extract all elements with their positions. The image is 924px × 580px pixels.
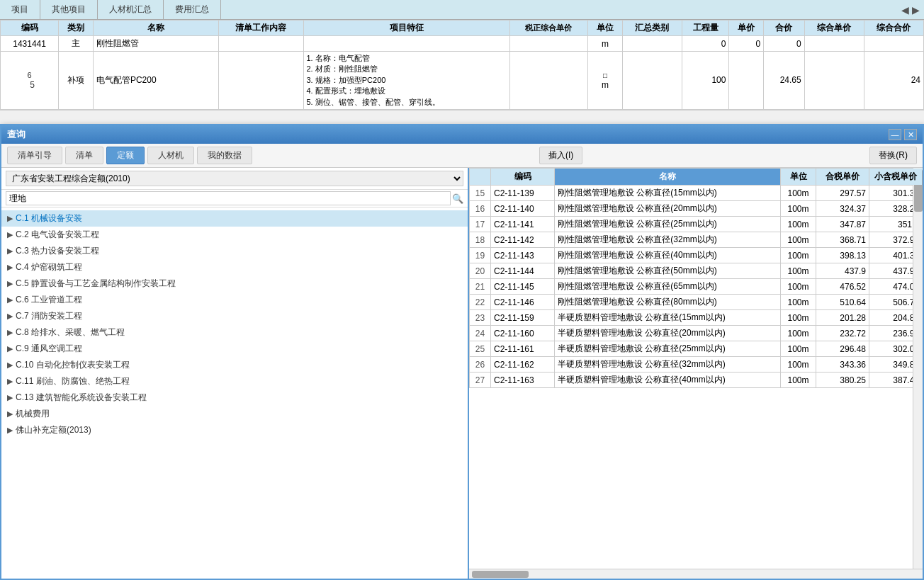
- col-header-total-price: 合价: [764, 21, 805, 36]
- col-header-type: 类别: [59, 21, 94, 36]
- row-summary-type: [622, 36, 682, 52]
- row-unit-price: [729, 52, 764, 110]
- nav-next-icon[interactable]: ▶: [912, 4, 920, 16]
- row-tax-price: [509, 36, 588, 52]
- table-row[interactable]: 6 5 补项 电气配管PC200 1. 名称：电气配管 2. 材质：刚性阻燃管 …: [1, 52, 924, 110]
- col-header-comp-total: 综合合价: [864, 21, 923, 36]
- tab-labor-material[interactable]: 人材机汇总: [98, 0, 164, 19]
- row-num: 6 5: [1, 52, 59, 110]
- col-header-tax-price: 税正综合单价: [509, 21, 588, 36]
- col-header-comp-unit-price: 综合单价: [804, 21, 864, 36]
- tab-cost-summary[interactable]: 费用汇总: [164, 0, 221, 19]
- row-quantity: 0: [682, 36, 729, 52]
- row-work-content: [218, 36, 303, 52]
- row-quantity: 100: [682, 52, 729, 110]
- col-header-unit-price: 单价: [729, 21, 764, 36]
- main-table: 编码 类别 名称 清单工作内容 项目特征 税正综合单价 单位 汇总类别 工程量 …: [0, 20, 924, 110]
- row-comp-total: 24: [864, 52, 923, 110]
- nav-prev-icon[interactable]: ◀: [901, 4, 909, 16]
- top-nav: 项目 其他项目 人材机汇总 费用汇总 ◀ ▶: [0, 0, 924, 20]
- col-header-unit: 单位: [588, 21, 623, 36]
- col-header-code: 编码: [1, 21, 59, 36]
- tab-project[interactable]: 项目: [0, 0, 40, 19]
- row-summary-type: [622, 52, 682, 110]
- row-comp-unit-price: [804, 36, 864, 52]
- row-features: 1. 名称：电气配管 2. 材质：刚性阻燃管 3. 规格：加强型PC200 4.…: [303, 52, 509, 110]
- tab-other-project[interactable]: 其他项目: [40, 0, 98, 19]
- row-unit-price: 0: [729, 36, 764, 52]
- row-tax-price: [509, 52, 588, 110]
- row-type: 补项: [59, 52, 94, 110]
- row-comp-total: [864, 36, 923, 52]
- col-header-features: 项目特征: [303, 21, 509, 36]
- row-total-price: 24.65: [764, 52, 805, 110]
- col-header-summary-type: 汇总类别: [622, 21, 682, 36]
- col-header-name: 名称: [93, 21, 218, 36]
- row-features: [303, 36, 509, 52]
- table-row[interactable]: 1431441 主 刚性阻燃管 m 0 0 0: [1, 36, 924, 52]
- row-comp-unit-price: [804, 52, 864, 110]
- row-code: 1431441: [1, 36, 59, 52]
- row-name: 电气配管PC200: [93, 52, 218, 110]
- row-name: 刚性阻燃管: [93, 36, 218, 52]
- col-header-quantity: 工程量: [682, 21, 729, 36]
- col-header-work-content: 清单工作内容: [218, 21, 303, 36]
- row-unit: □m: [588, 52, 623, 110]
- row-total-price: 0: [764, 36, 805, 52]
- nav-arrows: ◀ ▶: [900, 0, 924, 19]
- row-type: 主: [59, 36, 94, 52]
- row-unit: m: [588, 36, 623, 52]
- main-table-area: 编码 类别 名称 清单工作内容 项目特征 税正综合单价 单位 汇总类别 工程量 …: [0, 20, 924, 110]
- row-work-content: [218, 52, 303, 110]
